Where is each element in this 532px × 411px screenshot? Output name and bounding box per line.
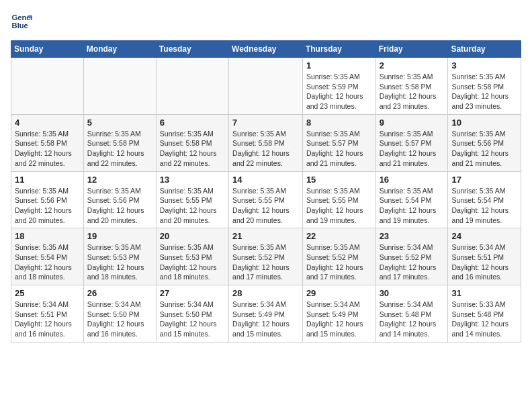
day-number: 17	[451, 175, 517, 185]
day-number: 21	[232, 231, 299, 241]
calendar-week-row: 25Sunrise: 5:34 AM Sunset: 5:51 PM Dayli…	[11, 285, 521, 342]
day-detail: Sunrise: 5:35 AM Sunset: 5:59 PM Dayligh…	[306, 72, 372, 111]
day-number: 1	[306, 60, 372, 71]
day-detail: Sunrise: 5:34 AM Sunset: 5:52 PM Dayligh…	[380, 242, 445, 282]
day-number: 29	[306, 288, 372, 298]
day-detail: Sunrise: 5:35 AM Sunset: 5:53 PM Dayligh…	[160, 242, 225, 282]
day-detail: Sunrise: 5:34 AM Sunset: 5:51 PM Dayligh…	[15, 300, 80, 339]
day-detail: Sunrise: 5:35 AM Sunset: 5:57 PM Dayligh…	[380, 129, 445, 169]
calendar-day-cell: 7Sunrise: 5:35 AM Sunset: 5:58 PM Daylig…	[229, 114, 303, 171]
weekday-header-cell: Monday	[83, 41, 156, 58]
day-detail: Sunrise: 5:35 AM Sunset: 5:58 PM Dayligh…	[232, 129, 299, 169]
day-detail: Sunrise: 5:34 AM Sunset: 5:50 PM Dayligh…	[87, 300, 152, 339]
calendar-day-cell	[229, 58, 303, 115]
calendar-week-row: 1Sunrise: 5:35 AM Sunset: 5:59 PM Daylig…	[11, 58, 521, 115]
day-detail: Sunrise: 5:33 AM Sunset: 5:48 PM Dayligh…	[451, 300, 517, 339]
day-number: 6	[160, 118, 225, 128]
calendar-day-cell: 4Sunrise: 5:35 AM Sunset: 5:58 PM Daylig…	[11, 114, 84, 171]
day-detail: Sunrise: 5:35 AM Sunset: 5:58 PM Dayligh…	[87, 129, 152, 169]
day-number: 16	[380, 175, 445, 185]
weekday-header-row: SundayMondayTuesdayWednesdayThursdayFrid…	[11, 41, 521, 58]
day-number: 4	[15, 118, 80, 128]
day-number: 11	[15, 175, 80, 185]
calendar-day-cell: 27Sunrise: 5:34 AM Sunset: 5:50 PM Dayli…	[156, 285, 228, 342]
calendar-day-cell: 20Sunrise: 5:35 AM Sunset: 5:53 PM Dayli…	[156, 228, 228, 285]
calendar-day-cell: 11Sunrise: 5:35 AM Sunset: 5:56 PM Dayli…	[11, 171, 84, 228]
weekday-header-cell: Thursday	[302, 41, 375, 58]
calendar-day-cell: 5Sunrise: 5:35 AM Sunset: 5:58 PM Daylig…	[83, 114, 156, 171]
weekday-header-cell: Friday	[375, 41, 448, 58]
calendar-day-cell: 9Sunrise: 5:35 AM Sunset: 5:57 PM Daylig…	[375, 114, 448, 171]
calendar-day-cell: 26Sunrise: 5:34 AM Sunset: 5:50 PM Dayli…	[83, 285, 156, 342]
calendar-day-cell: 29Sunrise: 5:34 AM Sunset: 5:49 PM Dayli…	[302, 285, 375, 342]
logo-icon: General Blue	[11, 11, 32, 32]
calendar-day-cell	[156, 58, 228, 115]
calendar-body: 1Sunrise: 5:35 AM Sunset: 5:59 PM Daylig…	[11, 58, 521, 342]
calendar-day-cell: 22Sunrise: 5:35 AM Sunset: 5:52 PM Dayli…	[302, 228, 375, 285]
day-number: 25	[15, 288, 80, 298]
calendar-day-cell: 12Sunrise: 5:35 AM Sunset: 5:56 PM Dayli…	[83, 171, 156, 228]
calendar-day-cell: 8Sunrise: 5:35 AM Sunset: 5:57 PM Daylig…	[302, 114, 375, 171]
day-detail: Sunrise: 5:35 AM Sunset: 5:55 PM Dayligh…	[232, 186, 299, 226]
day-detail: Sunrise: 5:35 AM Sunset: 5:52 PM Dayligh…	[306, 242, 372, 282]
day-detail: Sunrise: 5:35 AM Sunset: 5:54 PM Dayligh…	[451, 186, 517, 226]
day-number: 20	[160, 231, 225, 241]
day-number: 30	[380, 288, 445, 298]
day-detail: Sunrise: 5:34 AM Sunset: 5:50 PM Dayligh…	[160, 300, 225, 339]
day-detail: Sunrise: 5:34 AM Sunset: 5:49 PM Dayligh…	[306, 300, 372, 339]
calendar-week-row: 11Sunrise: 5:35 AM Sunset: 5:56 PM Dayli…	[11, 171, 521, 228]
calendar-day-cell: 14Sunrise: 5:35 AM Sunset: 5:55 PM Dayli…	[229, 171, 303, 228]
day-number: 19	[87, 231, 152, 241]
day-number: 28	[232, 288, 299, 298]
day-number: 15	[306, 175, 372, 185]
calendar-table: SundayMondayTuesdayWednesdayThursdayFrid…	[11, 40, 521, 342]
calendar-day-cell	[11, 58, 84, 115]
day-number: 13	[160, 175, 225, 185]
logo: General Blue	[11, 11, 32, 32]
day-number: 10	[451, 118, 517, 128]
day-detail: Sunrise: 5:35 AM Sunset: 5:53 PM Dayligh…	[87, 242, 152, 282]
calendar-day-cell: 15Sunrise: 5:35 AM Sunset: 5:55 PM Dayli…	[302, 171, 375, 228]
calendar-day-cell: 13Sunrise: 5:35 AM Sunset: 5:55 PM Dayli…	[156, 171, 228, 228]
day-detail: Sunrise: 5:34 AM Sunset: 5:48 PM Dayligh…	[380, 300, 445, 339]
day-number: 3	[451, 60, 517, 71]
day-detail: Sunrise: 5:35 AM Sunset: 5:56 PM Dayligh…	[87, 186, 152, 226]
day-number: 26	[87, 288, 152, 298]
day-number: 5	[87, 118, 152, 128]
day-detail: Sunrise: 5:35 AM Sunset: 5:52 PM Dayligh…	[232, 242, 299, 282]
calendar-day-cell: 10Sunrise: 5:35 AM Sunset: 5:56 PM Dayli…	[448, 114, 521, 171]
day-number: 9	[380, 118, 445, 128]
calendar-day-cell: 31Sunrise: 5:33 AM Sunset: 5:48 PM Dayli…	[448, 285, 521, 342]
day-detail: Sunrise: 5:35 AM Sunset: 5:54 PM Dayligh…	[15, 242, 80, 282]
day-number: 18	[15, 231, 80, 241]
calendar-day-cell: 30Sunrise: 5:34 AM Sunset: 5:48 PM Dayli…	[375, 285, 448, 342]
day-detail: Sunrise: 5:35 AM Sunset: 5:55 PM Dayligh…	[306, 186, 372, 226]
day-number: 23	[380, 231, 445, 241]
calendar-day-cell: 3Sunrise: 5:35 AM Sunset: 5:58 PM Daylig…	[448, 58, 521, 115]
page-header: General Blue	[11, 11, 521, 32]
day-detail: Sunrise: 5:35 AM Sunset: 5:58 PM Dayligh…	[15, 129, 80, 169]
svg-text:Blue: Blue	[12, 21, 28, 30]
calendar-day-cell: 17Sunrise: 5:35 AM Sunset: 5:54 PM Dayli…	[448, 171, 521, 228]
day-number: 24	[451, 231, 517, 241]
calendar-day-cell: 19Sunrise: 5:35 AM Sunset: 5:53 PM Dayli…	[83, 228, 156, 285]
day-number: 31	[451, 288, 517, 298]
calendar-day-cell: 1Sunrise: 5:35 AM Sunset: 5:59 PM Daylig…	[302, 58, 375, 115]
day-detail: Sunrise: 5:35 AM Sunset: 5:58 PM Dayligh…	[160, 129, 225, 169]
calendar-day-cell: 24Sunrise: 5:34 AM Sunset: 5:51 PM Dayli…	[448, 228, 521, 285]
calendar-day-cell: 6Sunrise: 5:35 AM Sunset: 5:58 PM Daylig…	[156, 114, 228, 171]
calendar-day-cell: 23Sunrise: 5:34 AM Sunset: 5:52 PM Dayli…	[375, 228, 448, 285]
calendar-day-cell: 21Sunrise: 5:35 AM Sunset: 5:52 PM Dayli…	[229, 228, 303, 285]
calendar-week-row: 18Sunrise: 5:35 AM Sunset: 5:54 PM Dayli…	[11, 228, 521, 285]
calendar-day-cell: 2Sunrise: 5:35 AM Sunset: 5:58 PM Daylig…	[375, 58, 448, 115]
day-detail: Sunrise: 5:35 AM Sunset: 5:58 PM Dayligh…	[451, 72, 517, 111]
calendar-day-cell: 28Sunrise: 5:34 AM Sunset: 5:49 PM Dayli…	[229, 285, 303, 342]
day-detail: Sunrise: 5:35 AM Sunset: 5:55 PM Dayligh…	[160, 186, 225, 226]
calendar-day-cell	[83, 58, 156, 115]
day-detail: Sunrise: 5:35 AM Sunset: 5:58 PM Dayligh…	[380, 72, 445, 111]
weekday-header-cell: Tuesday	[156, 41, 228, 58]
day-detail: Sunrise: 5:34 AM Sunset: 5:49 PM Dayligh…	[232, 300, 299, 339]
day-number: 12	[87, 175, 152, 185]
weekday-header-cell: Saturday	[448, 41, 521, 58]
day-detail: Sunrise: 5:34 AM Sunset: 5:51 PM Dayligh…	[451, 242, 517, 282]
